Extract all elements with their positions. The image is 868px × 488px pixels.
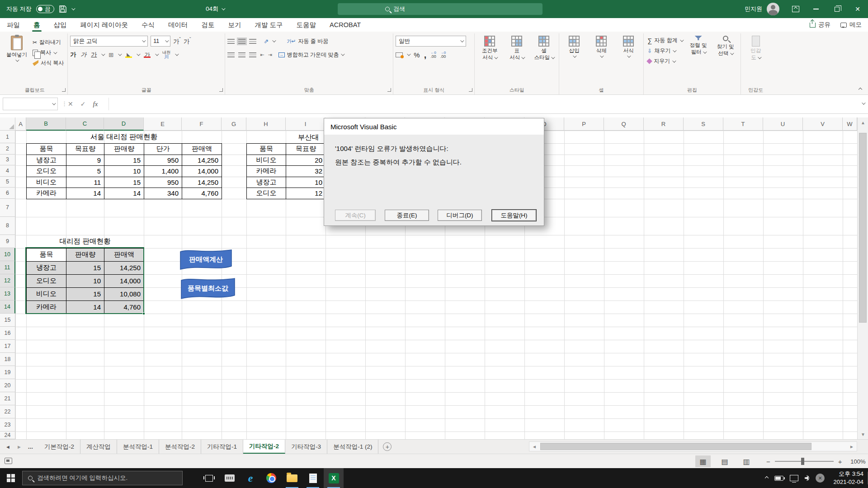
sheet-nav-right-icon[interactable]: ► [17, 444, 22, 450]
column-header-F[interactable]: F [182, 117, 222, 131]
task-view-button[interactable] [199, 468, 219, 488]
wrap-text-button[interactable]: 가↵자동 줄 바꿈 [287, 38, 328, 45]
number-format-select[interactable]: 일반 [396, 36, 466, 47]
row-header-6[interactable]: 6 [0, 188, 15, 199]
increase-decimal-button[interactable]: ←0.00 [430, 51, 436, 59]
column-header-H[interactable]: H [246, 117, 286, 131]
cell[interactable]: 목표량 [286, 144, 326, 155]
percent-style-button[interactable]: % [414, 51, 420, 59]
cell[interactable]: 14,250 [104, 262, 144, 275]
sheet-tab-분석작업-2[interactable]: 분석작업-2 [159, 440, 201, 454]
sheet-tab-계산작업[interactable]: 계산작업 [80, 440, 117, 454]
search-box[interactable]: 검색 [338, 3, 542, 15]
cell[interactable]: 32 [286, 166, 326, 177]
column-header-U[interactable]: U [763, 117, 803, 131]
sort-filter-button[interactable]: 정렬 및필터 [686, 34, 711, 66]
borders-button[interactable]: ⊞ [108, 52, 113, 58]
tab-ACROBAT[interactable]: ACROBAT [323, 18, 368, 32]
insert-function-button[interactable]: fx [93, 100, 98, 108]
minimize-button[interactable] [806, 0, 826, 18]
tab-파일[interactable]: 파일 [0, 18, 27, 32]
column-header-V[interactable]: V [803, 117, 843, 131]
cell[interactable]: 오디오 [27, 166, 66, 177]
cancel-entry-button[interactable]: ✕ [68, 100, 73, 108]
decrease-indent-button[interactable]: ⇤ [260, 52, 264, 58]
cell[interactable]: 10 [66, 275, 104, 288]
collapse-ribbon-icon[interactable] [859, 88, 862, 91]
row-header-23[interactable]: 23 [0, 418, 15, 432]
row-header-15[interactable]: 15 [0, 314, 15, 327]
share-button[interactable]: 공유 [810, 21, 830, 29]
cell[interactable]: 1,400 [144, 166, 182, 177]
tab-도움말[interactable]: 도움말 [290, 18, 323, 32]
tab-삽입[interactable]: 삽입 [47, 18, 74, 32]
ribbon-display-options-icon[interactable] [792, 6, 799, 12]
notepad-button[interactable] [303, 468, 323, 488]
align-top-button[interactable] [227, 39, 235, 44]
align-left-button[interactable] [227, 52, 235, 57]
cell[interactable]: 10 [286, 177, 326, 188]
row-header-9[interactable]: 9 [0, 235, 15, 248]
row-header-3[interactable]: 3 [0, 155, 15, 166]
cell[interactable]: 4,760 [104, 301, 144, 314]
row-header-18[interactable]: 18 [0, 353, 15, 366]
align-middle-button[interactable] [238, 39, 245, 44]
row-header-8[interactable]: 8 [0, 217, 15, 235]
normal-view-button[interactable]: ▦ [695, 455, 711, 467]
cell[interactable]: 14,000 [182, 166, 222, 177]
new-sheet-button[interactable]: + [383, 442, 392, 451]
tab-검토[interactable]: 검토 [195, 18, 222, 32]
cell[interactable]: 14,250 [182, 155, 222, 166]
font-size-select[interactable]: 11 [151, 36, 170, 47]
row-header-4[interactable]: 4 [0, 165, 15, 177]
cell[interactable]: 11 [66, 177, 104, 188]
close-button[interactable]: ✕ [847, 0, 868, 18]
row-header-22[interactable]: 22 [0, 405, 15, 418]
font-name-select[interactable]: 맑은 고딕 [70, 36, 148, 47]
dialog-button-계속(C)[interactable]: 계속(C) [335, 210, 376, 221]
row-header-16[interactable]: 16 [0, 327, 15, 340]
cut-button[interactable]: ✂잘라내기 [31, 37, 65, 47]
scroll-left-icon[interactable]: ◄ [529, 444, 539, 449]
column-header-W[interactable]: W [843, 117, 857, 131]
sheet-tab-분석작업-1[interactable]: 분석작업-1 [117, 440, 159, 454]
row-header-2[interactable]: 2 [0, 143, 15, 155]
dialog-button-종료(E)[interactable]: 종료(E) [385, 210, 429, 221]
column-header-B[interactable]: B [26, 117, 66, 131]
increase-indent-button[interactable]: ⇥ [268, 52, 272, 58]
cell-styles-button[interactable]: 셀스타일 [531, 34, 557, 61]
tab-홈[interactable]: 홈 [27, 18, 47, 32]
dialog-button-도움말(H)[interactable]: 도움말(H) [492, 210, 536, 221]
horizontal-scroll-thumb[interactable] [540, 443, 811, 450]
start-button[interactable] [0, 468, 22, 488]
cell[interactable]: 15 [104, 177, 144, 188]
zoom-out-button[interactable]: − [766, 458, 770, 465]
scroll-up-icon[interactable]: ▲ [858, 117, 868, 127]
row-header-11[interactable]: 11 [0, 261, 15, 274]
vertical-scroll-thumb[interactable] [859, 133, 867, 323]
cell[interactable]: 오디오 [247, 188, 286, 199]
conditional-formatting-button[interactable]: 조건부서식 [477, 34, 502, 61]
sheet-tab-기타작업-2[interactable]: 기타작업-2 [243, 440, 285, 454]
save-button[interactable] [59, 5, 67, 13]
underline-button[interactable]: 가 [91, 51, 97, 59]
cell[interactable]: 950 [144, 177, 182, 188]
copy-button[interactable]: 복사 [31, 47, 65, 58]
network-display-icon[interactable] [790, 475, 798, 481]
sheet-tab-기타작업-1[interactable]: 기타작업-1 [201, 440, 243, 454]
delete-cells-button[interactable]: 삭제 [589, 34, 614, 58]
memo-button[interactable]: 메모 [840, 21, 862, 29]
cell[interactable]: 냉장고 [247, 177, 286, 188]
document-title[interactable]: 04회 [206, 0, 224, 18]
tray-chevron-icon[interactable] [765, 476, 769, 480]
page-layout-view-button[interactable]: ▤ [717, 455, 732, 467]
fill-color-button[interactable]: ◣ [125, 52, 132, 58]
row-header-17[interactable]: 17 [0, 340, 15, 353]
row-header-12[interactable]: 12 [0, 274, 15, 287]
format-as-table-button[interactable]: 표서식 [504, 34, 529, 61]
macro-button-품목별최소값[interactable]: 품목별최소값 [181, 277, 235, 302]
grow-font-button[interactable]: 가ˆ [173, 37, 181, 46]
align-bottom-button[interactable] [249, 39, 256, 44]
cell[interactable]: 비디오 [27, 177, 66, 188]
cell[interactable]: 20 [286, 155, 326, 166]
